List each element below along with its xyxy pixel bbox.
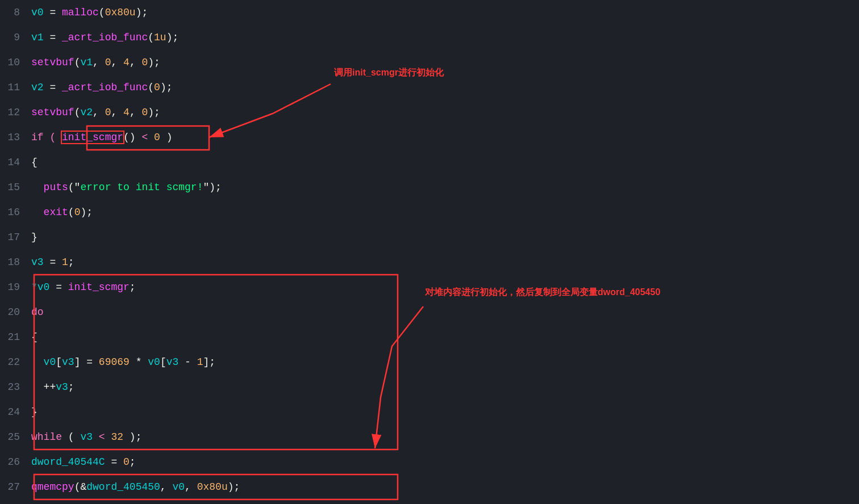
- code-line: 12setvbuf(v2, 0, 4, 0);: [0, 100, 859, 125]
- line-content: v1 = _acrt_iob_func(1u);: [31, 25, 859, 50]
- line-content: setvbuf(v1, 0, 4, 0);: [31, 50, 859, 75]
- line-content: v2 = _acrt_iob_func(0);: [31, 75, 859, 100]
- line-number: 16: [0, 200, 31, 225]
- line-number: 18: [0, 250, 31, 275]
- line-content: qmemcpy(&dword_405450, v0, 0x80u);: [31, 474, 859, 499]
- code-line: 22 v0[v3] = 69069 * v0[v3 - 1];: [0, 350, 859, 375]
- line-content: do: [31, 300, 859, 325]
- code-line: 21{: [0, 325, 859, 350]
- code-line: 27qmemcpy(&dword_405450, v0, 0x80u);: [0, 474, 859, 499]
- line-number: 20: [0, 300, 31, 325]
- code-line: 26dword_40544C = 0;: [0, 450, 859, 474]
- annotation1-text: 调用init_scmgr进行初始化: [334, 67, 444, 79]
- line-content: while ( v3 < 32 );: [31, 425, 859, 450]
- line-content: v3 = 1;: [31, 250, 859, 275]
- line-number: 22: [0, 350, 31, 375]
- line-number: 27: [0, 474, 31, 499]
- code-line: 17}: [0, 225, 859, 250]
- line-content: }: [31, 225, 859, 250]
- annotation2-text: 对堆内容进行初始化，然后复制到全局变量dword_405450: [425, 287, 660, 299]
- line-number: 9: [0, 25, 31, 50]
- line-number: 13: [0, 125, 31, 150]
- code-line: 25while ( v3 < 32 );: [0, 425, 859, 450]
- line-content: dword_40544C = 0;: [31, 450, 859, 474]
- line-number: 23: [0, 375, 31, 400]
- line-content: free(v0);: [31, 499, 859, 504]
- line-number: 24: [0, 400, 31, 425]
- line-content: v0 = malloc(0x80u);: [31, 0, 859, 25]
- code-line: 18v3 = 1;: [0, 250, 859, 275]
- line-content: ++v3;: [31, 375, 859, 400]
- code-line: 13if ( init_scmgr() < 0 ): [0, 125, 859, 150]
- code-line: 24}: [0, 400, 859, 425]
- line-content: {: [31, 150, 859, 175]
- code-line: 9v1 = _acrt_iob_func(1u);: [0, 25, 859, 50]
- line-content: puts("error to init scmgr!");: [31, 175, 859, 200]
- code-line: 16 exit(0);: [0, 200, 859, 225]
- line-content: }: [31, 400, 859, 425]
- line-content: if ( init_scmgr() < 0 ): [31, 125, 859, 150]
- line-number: 26: [0, 450, 31, 474]
- line-number: 12: [0, 100, 31, 125]
- line-content: v0[v3] = 69069 * v0[v3 - 1];: [31, 350, 859, 375]
- line-content: setvbuf(v2, 0, 4, 0);: [31, 100, 859, 125]
- line-number: 21: [0, 325, 31, 350]
- line-number: 19: [0, 275, 31, 300]
- code-line: 23 ++v3;: [0, 375, 859, 400]
- line-number: 8: [0, 0, 31, 25]
- line-content: exit(0);: [31, 200, 859, 225]
- line-number: 17: [0, 225, 31, 250]
- line-number: 25: [0, 425, 31, 450]
- line-number: 15: [0, 175, 31, 200]
- code-line: 15 puts("error to init scmgr!");: [0, 175, 859, 200]
- line-content: {: [31, 325, 859, 350]
- code-line: 8v0 = malloc(0x80u);: [0, 0, 859, 25]
- code-line: 28free(v0);: [0, 499, 859, 504]
- code-line: 20do: [0, 300, 859, 325]
- line-number: 10: [0, 50, 31, 75]
- line-number: 11: [0, 75, 31, 100]
- line-number: 28: [0, 499, 31, 504]
- code-line: 14{: [0, 150, 859, 175]
- line-number: 14: [0, 150, 31, 175]
